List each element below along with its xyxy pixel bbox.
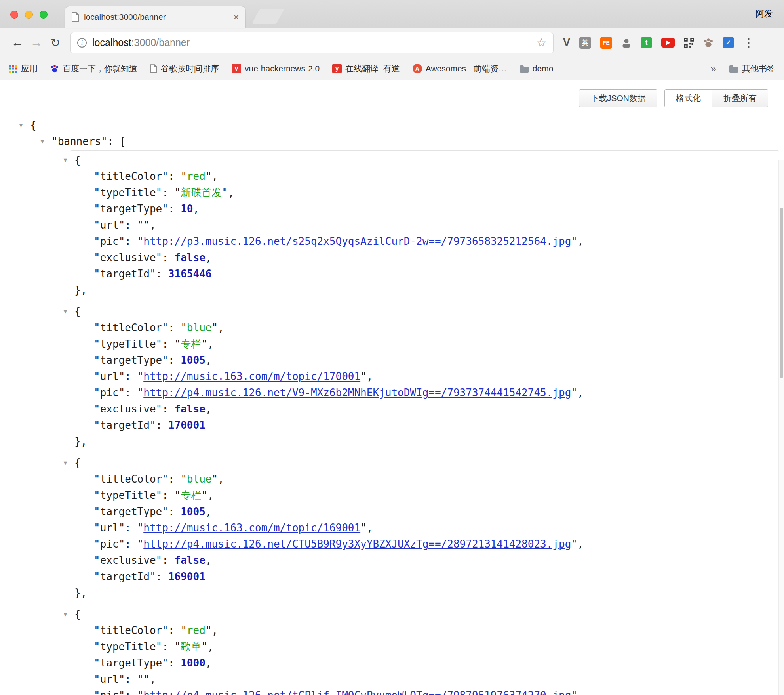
bookmark-folder-demo[interactable]: demo bbox=[519, 64, 554, 73]
json-property-line: "targetType": 1005, bbox=[94, 352, 779, 369]
collapse-triangle-icon[interactable]: ▼ bbox=[61, 304, 70, 320]
json-root-line: ▼{ bbox=[30, 117, 784, 134]
bookmark-vue-hackernews[interactable]: V vue-hackernews-2.0 bbox=[232, 64, 320, 73]
bookmark-folder-others[interactable]: 其他书签 bbox=[729, 63, 775, 74]
json-literal-value: 10 bbox=[181, 203, 193, 215]
json-property-line: "url": "", bbox=[94, 217, 779, 233]
youdao-icon: y bbox=[332, 64, 342, 73]
bookmark-baidu[interactable]: 百度一下，你就知道 bbox=[50, 63, 137, 74]
collapse-triangle-icon[interactable]: ▼ bbox=[61, 455, 70, 471]
bookmark-star-icon[interactable]: ☆ bbox=[536, 36, 547, 50]
json-key: titleColor bbox=[100, 322, 162, 334]
browser-window: localhost:3000/banner × 阿发 ← → ↻ i local… bbox=[0, 0, 784, 695]
browser-menu-icon[interactable]: ⋮ bbox=[743, 36, 755, 50]
close-window-button[interactable] bbox=[10, 11, 18, 19]
json-key: typeTitle bbox=[100, 489, 156, 501]
json-url-link[interactable]: http://music.163.com/m/topic/169001 bbox=[143, 522, 360, 534]
vimium-extension-icon[interactable]: V bbox=[563, 36, 570, 49]
new-tab-button[interactable] bbox=[252, 9, 284, 24]
json-property-line: "exclusive": false, bbox=[94, 250, 779, 266]
json-key: exclusive bbox=[100, 403, 156, 415]
json-string-value: 专栏 bbox=[181, 338, 201, 350]
profile-name-button[interactable]: 阿发 bbox=[755, 0, 773, 28]
json-object-close: }, bbox=[74, 585, 779, 601]
collapse-triangle-icon[interactable]: ▼ bbox=[17, 117, 25, 134]
collapse-triangle-icon[interactable]: ▼ bbox=[61, 606, 70, 622]
shield-t-extension-icon[interactable]: t bbox=[641, 37, 652, 48]
json-key: typeTitle bbox=[100, 338, 156, 350]
bookmark-awesomes[interactable]: A Awesomes - 前端资… bbox=[413, 63, 507, 74]
json-property-line: "titleColor": "red", bbox=[94, 168, 779, 185]
tab-close-icon[interactable]: × bbox=[233, 12, 239, 22]
json-key: targetType bbox=[100, 506, 162, 517]
json-key: typeTitle bbox=[100, 641, 156, 653]
bookmark-label: 应用 bbox=[21, 63, 38, 74]
bookmark-label: Awesomes - 前端资… bbox=[426, 63, 507, 74]
json-object-close: }, bbox=[74, 433, 779, 450]
json-key: titleColor bbox=[100, 624, 162, 636]
youtube-extension-icon[interactable] bbox=[661, 38, 675, 48]
json-literal-value: false bbox=[175, 252, 206, 263]
json-url-link[interactable]: http://p4.music.126.net/tGPljf-IMOCyPvum… bbox=[143, 689, 571, 695]
json-object[interactable]: ▼{"titleColor": "blue","typeTitle": "专栏"… bbox=[70, 453, 779, 603]
reload-button[interactable]: ↻ bbox=[46, 36, 65, 50]
scrollbar-thumb[interactable] bbox=[780, 208, 783, 378]
forward-button[interactable]: → bbox=[27, 35, 46, 50]
collapse-triangle-icon[interactable]: ▼ bbox=[38, 134, 47, 150]
download-json-button[interactable]: 下载JSON数据 bbox=[579, 89, 657, 107]
json-object[interactable]: ▼{"titleColor": "red","typeTitle": "新碟首发… bbox=[70, 150, 779, 300]
address-bar[interactable]: i localhost:3000/banner ☆ bbox=[70, 32, 554, 53]
json-key: titleColor bbox=[100, 473, 162, 485]
scrollbar[interactable] bbox=[778, 160, 784, 695]
qrcode-extension-icon[interactable] bbox=[684, 38, 694, 48]
json-literal-value: 1005 bbox=[181, 506, 206, 517]
fe-extension-icon[interactable]: FE bbox=[600, 37, 612, 49]
collaborate-extension-icon[interactable] bbox=[621, 38, 632, 48]
security-shield-extension-icon[interactable]: ✓ bbox=[723, 37, 734, 48]
bookmark-youdao[interactable]: y 在线翻译_有道 bbox=[332, 63, 400, 74]
json-property-line: "targetId": 170001 bbox=[94, 417, 779, 433]
json-object-open: ▼{ bbox=[74, 455, 779, 471]
vue-icon: V bbox=[232, 64, 241, 73]
json-object-open: ▼{ bbox=[74, 152, 779, 168]
json-url-link[interactable]: http://p3.music.126.net/s25q2x5QyqsAzilC… bbox=[143, 235, 571, 247]
json-url-link[interactable]: http://p4.music.126.net/CTU5B9R9y3XyYBZX… bbox=[143, 538, 571, 550]
json-property-line: "pic": "http://p3.music.126.net/s25q2x5Q… bbox=[94, 233, 779, 250]
json-literal-value: 3165446 bbox=[168, 268, 212, 280]
json-string-value: 新碟首发 bbox=[181, 187, 222, 199]
navigation-bar: ← → ↻ i localhost:3000/banner ☆ V 英 FE t bbox=[0, 28, 784, 57]
page-info-icon[interactable]: i bbox=[77, 38, 87, 48]
json-object[interactable]: ▼{"titleColor": "blue","typeTitle": "专栏"… bbox=[70, 302, 779, 452]
json-property-line: "pic": "http://p4.music.126.net/tGPljf-I… bbox=[94, 687, 779, 695]
tab-strip: localhost:3000/banner × 阿发 bbox=[0, 0, 784, 28]
zoom-window-button[interactable] bbox=[40, 11, 48, 19]
json-property-line: "url": "", bbox=[94, 671, 779, 687]
awesomes-icon: A bbox=[413, 64, 422, 73]
format-button[interactable]: 格式化 bbox=[664, 89, 712, 107]
json-property-line: "targetId": 169001 bbox=[94, 569, 779, 585]
paw-extension-icon[interactable] bbox=[703, 38, 714, 48]
json-url-link[interactable]: http://music.163.com/m/topic/170001 bbox=[143, 370, 360, 382]
browser-tab[interactable]: localhost:3000/banner × bbox=[65, 6, 245, 28]
json-key: url bbox=[100, 370, 119, 382]
json-property-line: "typeTitle": "新碟首发", bbox=[94, 185, 779, 201]
bookmarks-overflow-icon[interactable]: » bbox=[711, 63, 716, 75]
bookmarks-bar: 应用 百度一下，你就知道 谷歌按时间排序 V vue-hackernews-2.… bbox=[0, 57, 784, 80]
json-property-line: "titleColor": "red", bbox=[94, 622, 779, 639]
minimize-window-button[interactable] bbox=[25, 11, 33, 19]
bookmark-label: demo bbox=[533, 64, 554, 73]
json-object[interactable]: ▼{"titleColor": "red","typeTitle": "歌单",… bbox=[70, 604, 779, 695]
bookmark-label: 百度一下，你就知道 bbox=[63, 63, 137, 74]
bookmark-google-sort[interactable]: 谷歌按时间排序 bbox=[150, 63, 219, 74]
tab-title: localhost:3000/banner bbox=[84, 12, 233, 22]
folder-icon bbox=[519, 65, 529, 73]
collapse-triangle-icon[interactable]: ▼ bbox=[61, 152, 70, 168]
json-url-link[interactable]: http://p4.music.126.net/V9-MXz6b2MNhEKju… bbox=[143, 387, 571, 399]
back-button[interactable]: ← bbox=[8, 35, 27, 50]
bookmark-apps[interactable]: 应用 bbox=[9, 63, 38, 74]
json-property-line: "exclusive": false, bbox=[94, 552, 779, 569]
translate-extension-icon[interactable]: 英 bbox=[579, 37, 591, 49]
url-text[interactable]: localhost:3000/banner bbox=[92, 37, 536, 48]
collapse-all-button[interactable]: 折叠所有 bbox=[712, 89, 768, 107]
bookmark-label: vue-hackernews-2.0 bbox=[245, 64, 320, 73]
